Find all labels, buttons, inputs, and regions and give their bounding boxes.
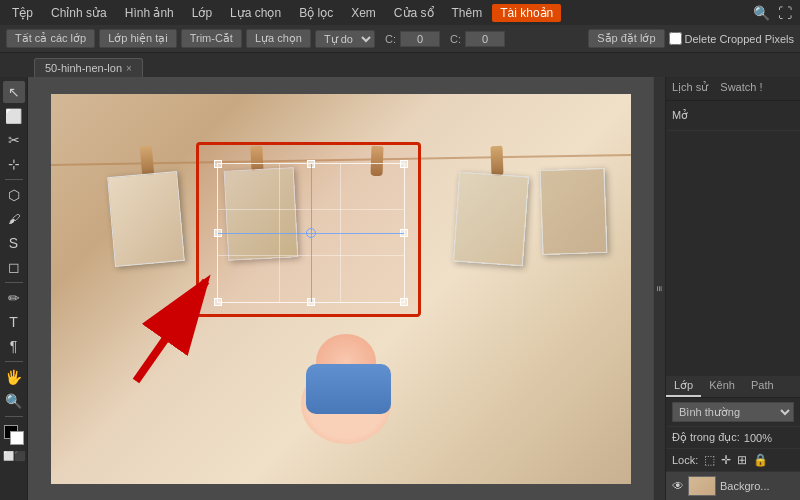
selection-tool[interactable]: ⬜ [3,105,25,127]
blend-mode-row: Bình thường [666,398,800,427]
all-lock-icon[interactable]: 🔒 [753,453,768,467]
c-label-1: C: [385,33,396,45]
clothespin-1 [139,145,154,176]
layers-tab[interactable]: Lớp [666,376,701,397]
menu-account[interactable]: Tài khoản [492,4,561,22]
right-side: ≡ Lịch sử Swatch ! Mở Lớp Kênh Path [653,77,800,500]
mode-icons: ⬜⬛ [3,451,25,461]
collapse-button[interactable]: ≡ [653,77,665,500]
photo-card-4 [539,167,607,254]
fullscreen-icon[interactable]: ⛶ [774,2,796,24]
transform-handle-tr[interactable] [400,160,408,168]
clothespin-4 [490,145,503,175]
menu-filter[interactable]: Bộ lọc [291,4,341,22]
move-tool[interactable]: ↖ [3,81,25,103]
menu-them[interactable]: Thêm [444,4,491,22]
delete-checkbox-input[interactable] [669,32,682,45]
svg-line-1 [136,281,206,381]
transform-dropdown[interactable]: Tự do [315,30,375,48]
magic-wand-tool[interactable]: ⊹ [3,153,25,175]
text-tool[interactable]: T [3,311,25,333]
lock-label: Lock: [672,454,698,466]
opacity-value: 100% [744,432,772,444]
foreground-color[interactable] [4,425,24,445]
menu-window[interactable]: Cửa sổ [386,4,442,22]
channels-tab[interactable]: Kênh [701,376,743,397]
menu-view[interactable]: Xem [343,4,384,22]
c-input-1[interactable] [400,31,440,47]
transform-handle-tl[interactable] [214,160,222,168]
artboard-lock-icon[interactable]: ⊞ [737,453,747,467]
delete-label: Delete Cropped Pixels [685,33,794,45]
panel-tabs: Lịch sử Swatch ! [666,77,800,101]
transform-handle-br[interactable] [400,298,408,306]
tab-bar: 50-hinh-nen-lon × [0,53,800,77]
history-tab[interactable]: Lịch sử [666,77,714,100]
main-area: ↖ ⬜ ✂ ⊹ ⬡ 🖌 S ◻ ✏ T ¶ 🖐 🔍 ⬜⬛ [0,77,800,500]
tools-panel: ↖ ⬜ ✂ ⊹ ⬡ 🖌 S ◻ ✏ T ¶ 🖐 🔍 ⬜⬛ [0,77,28,500]
swatch-tab[interactable]: Swatch ! [714,77,768,100]
visibility-toggle[interactable]: 👁 [672,479,684,493]
lock-icon[interactable]: ⬚ [704,453,715,467]
right-panel: Lịch sử Swatch ! Mở Lớp Kênh Path Bì [665,77,800,500]
tool-separator-3 [5,361,23,362]
arrange-layers-btn[interactable]: Sắp đặt lớp [588,29,664,48]
layer-item[interactable]: 👁 Backgro... [666,472,800,500]
selection-btn[interactable]: Lựa chọn [246,29,311,48]
tool-separator-4 [5,416,23,417]
layer-name: Backgro... [720,480,770,492]
eraser-tool[interactable]: ◻ [3,256,25,278]
panel-spacer [666,131,800,376]
tool-separator-2 [5,282,23,283]
menu-file[interactable]: Tệp [4,4,41,22]
arrow-indicator [106,261,266,394]
menu-select[interactable]: Lựa chọn [222,4,289,22]
layer-thumbnail [688,476,716,496]
trim-btn[interactable]: Trim-Cắt [181,29,242,48]
current-layer-btn[interactable]: Lớp hiện tại [99,29,177,48]
delete-cropped-checkbox[interactable]: Delete Cropped Pixels [669,32,794,45]
move-lock-icon[interactable]: ✛ [721,453,731,467]
menu-edit[interactable]: Chỉnh sửa [43,4,115,22]
c-label-2: C: [450,33,461,45]
canvas [51,94,631,484]
tool-separator-1 [5,179,23,180]
history-open[interactable]: Mở [672,107,794,124]
opacity-row: Độ trong đục: 100% [666,427,800,449]
zoom-tool[interactable]: 🔍 [3,390,25,412]
search-icon[interactable]: 🔍 [750,2,772,24]
lock-row: Lock: ⬚ ✛ ⊞ 🔒 [666,449,800,472]
document-tab[interactable]: 50-hinh-nen-lon × [34,58,143,77]
layers-tabs: Lớp Kênh Path [666,376,800,398]
opacity-label: Độ trong đục: [672,431,740,444]
tab-close-btn[interactable]: × [126,63,132,74]
toolbar: Tất cả các lớp Lớp hiện tại Trim-Cắt Lựa… [0,25,800,53]
canvas-area [28,77,653,500]
history-section: Mở [666,101,800,131]
menu-bar: Tệp Chỉnh sửa Hình ảnh Lớp Lựa chọn Bộ l… [0,0,800,25]
menu-layer[interactable]: Lớp [184,4,220,22]
blend-mode-select[interactable]: Bình thường [672,402,794,422]
clone-tool[interactable]: S [3,232,25,254]
hand-tool[interactable]: 🖐 [3,366,25,388]
shape-tool[interactable]: ¶ [3,335,25,357]
tab-filename: 50-hinh-nen-lon [45,62,122,74]
brush-tool[interactable]: 🖌 [3,208,25,230]
c-input-2[interactable] [465,31,505,47]
photo-card-1 [107,171,185,267]
path-tab[interactable]: Path [743,376,782,397]
pen-tool[interactable]: ✏ [3,287,25,309]
all-layers-btn[interactable]: Tất cả các lớp [6,29,95,48]
crop-tool[interactable]: ⬡ [3,184,25,206]
lasso-tool[interactable]: ✂ [3,129,25,151]
menu-image[interactable]: Hình ảnh [117,4,182,22]
photo-card-3 [452,171,528,266]
